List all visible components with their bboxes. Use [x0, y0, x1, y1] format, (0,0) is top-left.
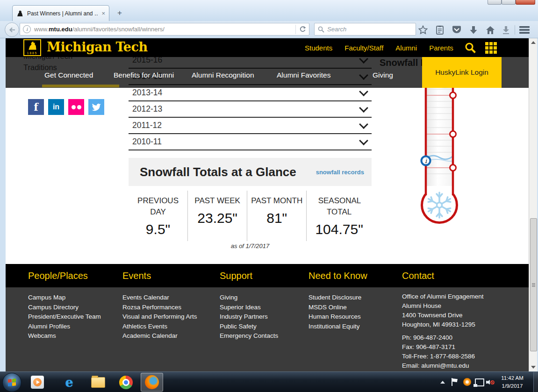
facebook-icon[interactable]: f	[28, 99, 44, 115]
nav-alumni[interactable]: Alumni	[395, 44, 417, 52]
search-bar[interactable]: Search	[314, 23, 416, 36]
site-search-button[interactable]	[465, 42, 476, 56]
subnav-get-connected[interactable]: Get Connected	[44, 71, 93, 79]
footer-link[interactable]: Public Safety	[220, 322, 308, 332]
action-center-flag-icon[interactable]	[452, 378, 458, 386]
apps-grid-button[interactable]	[485, 42, 497, 56]
bookmark-star-button[interactable]	[417, 24, 429, 36]
meter-info-icon[interactable]: i	[422, 157, 430, 165]
subnav-benefits[interactable]: Benefits for Alumni	[114, 71, 174, 79]
footer-link[interactable]: Visual and Performing Arts	[122, 312, 211, 322]
footer-link[interactable]: Campus Map	[28, 293, 117, 303]
footer-link[interactable]: Events Calendar	[122, 293, 211, 303]
footer-heading: Need to Know	[308, 271, 367, 281]
file-explorer-taskbar-icon[interactable]	[91, 375, 106, 390]
pocket-button[interactable]	[451, 24, 462, 36]
minimize-button[interactable]	[488, 0, 502, 5]
husky-icon	[27, 40, 38, 51]
mtu-logo[interactable]: 1885	[23, 39, 41, 56]
footer-link[interactable]: Giving	[220, 293, 308, 303]
pocket-icon	[452, 26, 461, 35]
footer-link[interactable]: Institutional Equity	[308, 322, 397, 332]
flickr-icon[interactable]	[68, 99, 84, 115]
tab-title: Past Winners | Alumni and …	[27, 10, 98, 17]
scroll-up-arrow[interactable]	[531, 41, 536, 44]
reload-icon	[299, 26, 306, 33]
footer-contact-block: Office of Alumni Engagement Alumni House…	[402, 292, 509, 371]
footer-link[interactable]: Athletics Events	[122, 322, 211, 332]
footer-heading: Contact	[402, 271, 434, 281]
footer-link[interactable]: Superior Ideas	[220, 303, 308, 313]
year-row[interactable]: 2012-13	[129, 101, 372, 118]
start-button[interactable]	[2, 373, 22, 392]
scrollbar-thumb[interactable]	[530, 218, 537, 351]
browser-titlebar: Past Winners | Alumni and … × +	[0, 0, 538, 21]
chrome-taskbar-icon[interactable]	[118, 375, 133, 390]
social-links: f in	[28, 99, 104, 115]
tab-favicon-husky-icon	[16, 10, 24, 17]
nav-parents[interactable]: Parents	[429, 44, 453, 52]
twitter-icon[interactable]	[88, 99, 104, 115]
snowfall-glance-panel: Snowfall Totals at a Glance snowfall rec…	[129, 158, 372, 186]
nav-faculty-staff[interactable]: Faculty/Staff	[344, 44, 383, 52]
internet-explorer-taskbar-icon[interactable]: e	[62, 375, 77, 390]
browser-tab[interactable]: Past Winners | Alumni and … ×	[12, 5, 109, 21]
back-button[interactable]	[5, 22, 19, 37]
network-tray-icon[interactable]	[475, 378, 484, 386]
tray-app-icon[interactable]	[463, 378, 471, 386]
menu-button[interactable]	[519, 24, 530, 36]
close-button[interactable]	[516, 0, 535, 5]
footer-col-people-places: Campus Map Campus Directory President/Ex…	[28, 293, 117, 341]
year-row[interactable]: 2010-11	[129, 134, 372, 150]
volume-muted-icon[interactable]	[486, 378, 495, 386]
show-desktop-button[interactable]	[533, 372, 538, 392]
footer-link[interactable]: MSDS Online	[308, 303, 397, 313]
chevron-down-icon	[359, 136, 368, 145]
page-scrollbar[interactable]	[529, 38, 537, 371]
reload-button[interactable]	[295, 25, 306, 34]
clock-date: 1/9/2017	[496, 382, 528, 390]
subnav-favorites[interactable]: Alumni Favorites	[277, 71, 330, 79]
media-player-taskbar-icon[interactable]	[30, 375, 45, 390]
footer-link[interactable]: Industry Partners	[220, 312, 308, 322]
footer-link[interactable]: Emergency Contacts	[220, 331, 308, 341]
maximize-button[interactable]	[502, 0, 516, 5]
mtu-wordmark[interactable]: Michigan Tech	[47, 40, 148, 54]
desktop-screen: Past Winners | Alumni and … × + i www.mt…	[0, 0, 538, 392]
site-header: 1885 Michigan Tech Students Faculty/Staf…	[6, 38, 529, 57]
footer-link[interactable]: Academic Calendar	[122, 331, 211, 341]
site-info-icon[interactable]: i	[23, 25, 31, 33]
footer-link[interactable]: Student Disclosure	[308, 293, 397, 303]
url-bar[interactable]: i www.mtu.edu/alumni/favorites/snowfall/…	[20, 23, 309, 36]
subnav-giving[interactable]: Giving	[373, 71, 393, 79]
bookmarks-menu-button[interactable]	[434, 24, 445, 36]
nav-students[interactable]: Students	[305, 44, 332, 52]
site-top-nav: Students Faculty/Staff Alumni Parents	[305, 38, 453, 57]
download-manager-button[interactable]	[500, 24, 511, 36]
footer-link[interactable]: Rozsa Performances	[122, 303, 211, 313]
downloads-button[interactable]	[468, 24, 479, 36]
scroll-down-arrow[interactable]	[531, 366, 536, 369]
footer-link[interactable]: Webcams	[28, 331, 117, 341]
footer-link[interactable]: Alumni Profiles	[28, 322, 117, 332]
browser-navbar: i www.mtu.edu/alumni/favorites/snowfall/…	[0, 21, 538, 38]
footer-link[interactable]: President/Executive Team	[28, 312, 117, 322]
footer-heading: Support	[220, 271, 252, 281]
footer-heading: Events	[122, 271, 151, 281]
contact-line: 1400 Townsend Drive	[402, 311, 509, 320]
footer-link[interactable]: Human Resources	[308, 312, 397, 322]
footer-link[interactable]: Campus Directory	[28, 303, 117, 313]
home-button[interactable]	[485, 24, 496, 36]
tab-close-icon[interactable]: ×	[101, 10, 105, 17]
huskylink-login-button[interactable]: HuskyLink Login	[422, 57, 502, 88]
show-hidden-icons-button[interactable]	[440, 381, 445, 384]
subnav-recognition[interactable]: Alumni Recognition	[192, 71, 254, 79]
new-tab-button[interactable]: +	[114, 7, 126, 19]
taskbar-clock[interactable]: 11:42 AM 1/9/2017	[496, 374, 528, 390]
stat-seasonal-total: SEASONAL TOTAL 104.75"	[306, 191, 372, 241]
year-row[interactable]: 2011-12	[129, 118, 372, 134]
firefox-taskbar-icon[interactable]	[144, 375, 159, 390]
contact-line: Alumni House	[402, 301, 509, 311]
linkedin-icon[interactable]: in	[48, 99, 64, 115]
snowfall-records-link[interactable]: snowfall records	[316, 169, 364, 176]
